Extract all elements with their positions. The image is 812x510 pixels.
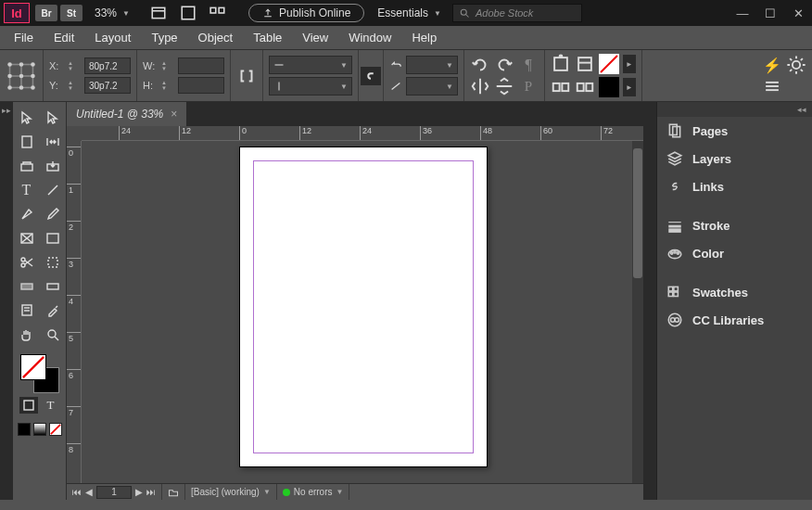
constrain-proportions-icon[interactable] (236, 67, 257, 85)
zoom-tool[interactable] (42, 325, 64, 345)
view-options-icon[interactable] (209, 5, 226, 21)
panel-stroke[interactable]: Stroke (657, 211, 812, 239)
canvas[interactable] (82, 141, 643, 483)
select-container-icon[interactable] (551, 55, 571, 73)
fill-stroke-swatch[interactable] (20, 354, 59, 393)
page-next-icon[interactable]: ▶ (135, 487, 143, 497)
open-icon[interactable] (168, 487, 179, 498)
quick-apply-icon[interactable]: ⚡ (762, 56, 782, 74)
ruler-horizontal[interactable]: 24 12 0 12 24 36 48 60 72 (82, 126, 643, 141)
fill-swatch-expand[interactable]: ▼ (623, 55, 636, 73)
chevron-down-icon[interactable]: ▼ (263, 488, 271, 496)
menu-table[interactable]: Table (245, 28, 290, 47)
note-tool[interactable] (16, 300, 38, 321)
apply-none-icon[interactable] (49, 423, 62, 436)
page-prev-icon[interactable]: ◀ (85, 487, 93, 497)
stroke-swatch-expand[interactable]: ▼ (623, 78, 636, 96)
menu-layout[interactable]: Layout (86, 28, 139, 47)
eyedropper-tool[interactable] (42, 300, 64, 321)
menu-file[interactable]: File (6, 28, 42, 47)
stock-search-input[interactable]: Adobe Stock (452, 4, 582, 22)
menu-type[interactable]: Type (143, 28, 185, 47)
rectangle-tool[interactable] (42, 228, 64, 249)
publish-online-button[interactable]: Publish Online (248, 4, 364, 22)
bridge-badge[interactable]: Br (35, 5, 57, 21)
paragraph-style-icon[interactable]: ¶ (518, 56, 539, 74)
apply-color-icon[interactable] (18, 423, 31, 436)
gradient-feather-tool[interactable] (42, 276, 64, 297)
formatting-container-icon[interactable] (19, 397, 38, 414)
chevron-down-icon[interactable]: ▼ (336, 488, 344, 496)
menu-help[interactable]: Help (403, 28, 445, 47)
menu-window[interactable]: Window (340, 28, 400, 47)
panel-swatches[interactable]: Swatches (657, 278, 812, 306)
pen-tool[interactable] (16, 204, 38, 224)
select-next-icon[interactable] (575, 78, 595, 96)
preflight-errors[interactable]: No errors (294, 487, 333, 497)
menu-edit[interactable]: Edit (45, 28, 82, 47)
character-style-icon[interactable]: P (518, 77, 539, 96)
page-number-field[interactable]: 1 (96, 486, 132, 499)
screen-mode-icon[interactable] (180, 5, 197, 21)
stock-badge[interactable]: St (60, 5, 82, 21)
content-placer-tool[interactable] (42, 156, 64, 176)
free-transform-tool[interactable] (42, 252, 64, 273)
y-field[interactable]: 30p7.2 (84, 77, 131, 94)
formatting-text-icon[interactable]: T (42, 397, 60, 414)
reference-point-grid[interactable] (6, 60, 37, 92)
select-content-icon[interactable] (575, 55, 595, 73)
page[interactable] (239, 147, 488, 467)
flip-vertical-icon[interactable] (494, 77, 514, 96)
page-last-icon[interactable]: ⏭ (146, 487, 156, 497)
gap-tool[interactable] (42, 132, 64, 152)
menu-view[interactable]: View (294, 28, 336, 47)
zoom-select[interactable]: 33% ▼ (95, 6, 130, 19)
w-field[interactable] (178, 57, 224, 74)
panel-menu-icon[interactable] (762, 77, 782, 96)
hand-tool[interactable] (16, 325, 38, 345)
type-tool[interactable]: T (16, 180, 38, 200)
panel-links[interactable]: Links (657, 172, 812, 200)
arrange-documents-icon[interactable] (150, 5, 167, 21)
scale-y-dropdown[interactable]: ▼ (269, 77, 352, 96)
pencil-tool[interactable] (42, 204, 64, 224)
select-previous-icon[interactable] (551, 78, 571, 96)
content-collector-tool[interactable] (16, 156, 38, 176)
selection-tool[interactable] (16, 108, 38, 128)
expand-tools-icon[interactable]: ▸▸ (2, 106, 11, 115)
maximize-button[interactable]: ☐ (760, 6, 780, 20)
menu-object[interactable]: Object (190, 28, 242, 47)
close-button[interactable]: ✕ (788, 6, 808, 20)
close-tab-icon[interactable]: × (171, 108, 177, 121)
fill-swatch[interactable] (599, 54, 619, 74)
panel-layers[interactable]: Layers (657, 145, 812, 172)
minimize-button[interactable]: — (732, 6, 753, 20)
preflight-profile[interactable]: [Basic] (working) (191, 487, 260, 497)
apply-gradient-icon[interactable] (33, 423, 46, 436)
page-first-icon[interactable]: ⏮ (72, 487, 82, 497)
rotate-cw-icon[interactable] (494, 56, 514, 74)
line-tool[interactable] (42, 180, 64, 200)
rotate-ccw-icon[interactable] (470, 56, 490, 74)
h-field[interactable] (178, 77, 224, 94)
link-icon[interactable] (361, 67, 381, 85)
workspace-switcher[interactable]: Essentials ▼ (377, 6, 441, 19)
x-field[interactable]: 80p7.2 (84, 57, 131, 74)
gradient-swatch-tool[interactable] (16, 276, 38, 297)
settings-icon[interactable] (786, 56, 806, 74)
rotate-dropdown[interactable]: ▼ (406, 56, 458, 74)
panel-cc-libraries[interactable]: CC Libraries (657, 306, 812, 334)
direct-selection-tool[interactable] (42, 108, 64, 128)
ruler-vertical[interactable]: 0 1 2 3 4 5 6 7 8 (67, 141, 82, 483)
scissors-tool[interactable] (16, 252, 38, 273)
scrollbar-vertical[interactable] (632, 141, 643, 483)
panel-pages[interactable]: Pages (657, 117, 812, 145)
panel-color[interactable]: Color (657, 239, 812, 267)
page-tool[interactable] (16, 132, 38, 152)
stroke-swatch[interactable] (599, 77, 619, 97)
shear-dropdown[interactable]: ▼ (406, 77, 458, 96)
collapse-panels-icon[interactable]: ◂◂ (797, 105, 806, 114)
flip-horizontal-icon[interactable] (470, 77, 490, 96)
rectangle-frame-tool[interactable] (16, 228, 38, 249)
scale-x-dropdown[interactable]: ▼ (269, 56, 352, 74)
